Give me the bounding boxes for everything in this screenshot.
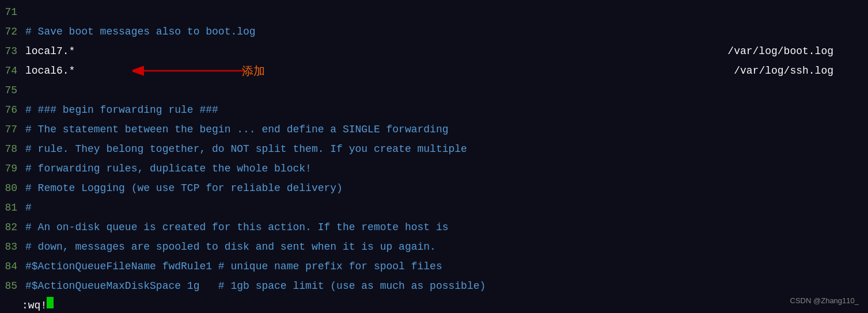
line-content-84: #$ActionQueueFileName fwdRule1 # unique … (22, 257, 868, 276)
line-num-71: 71 (0, 2, 22, 22)
line-74: 74 local6.* /var/log/ssh.log 添加 (0, 61, 868, 81)
prompt-line-num (0, 296, 22, 313)
cursor (47, 297, 54, 308)
line-content-82: # An on-disk queue is created for this a… (22, 217, 868, 237)
line-73: 73 local7.* /var/log/boot.log (0, 41, 868, 61)
line-num-80: 80 (0, 178, 22, 198)
line-num-79: 79 (0, 159, 22, 178)
line-80: 80 # Remote Logging (we use TCP for reli… (0, 178, 868, 198)
line-num-74: 74 (0, 61, 22, 81)
line-content-80: # Remote Logging (we use TCP for reliabl… (22, 178, 868, 198)
line-num-77: 77 (0, 120, 22, 139)
line-num-85: 85 (0, 276, 22, 296)
line-81: 81 # (0, 198, 868, 217)
line-83: 83 # down, messages are spooled to disk … (0, 237, 868, 257)
line-85: 85 #$ActionQueueMaxDiskSpace 1g # 1gb sp… (0, 276, 868, 296)
line-num-76: 76 (0, 100, 22, 120)
line-num-73: 73 (0, 41, 22, 61)
line-num-72: 72 (0, 22, 22, 41)
line-79: 79 # forwarding rules, duplicate the who… (0, 159, 868, 178)
annotation-arrow: 添加 (132, 61, 265, 81)
line-num-81: 81 (0, 198, 22, 217)
watermark: CSDN @Zhang110_ (790, 296, 859, 305)
annotation-label: 添加 (242, 61, 265, 81)
line-78: 78 # rule. They belong together, do NOT … (0, 139, 868, 159)
line-num-78: 78 (0, 139, 22, 159)
line-74-path: /var/log/ssh.log (734, 61, 833, 81)
line-75: 75 (0, 81, 868, 100)
line-content-77: # The statement between the begin ... en… (22, 120, 868, 139)
line-content-76: # ### begin forwarding rule ### (22, 100, 868, 120)
code-area: 71 72 # Save boot messages also to boot.… (0, 2, 868, 311)
line-82: 82 # An on-disk queue is created for thi… (0, 217, 868, 237)
line-71: 71 (0, 2, 868, 22)
terminal: 71 72 # Save boot messages also to boot.… (0, 0, 868, 313)
line-content-72: # Save boot messages also to boot.log (22, 22, 868, 41)
line-84: 84 #$ActionQueueFileName fwdRule1 # uniq… (0, 257, 868, 276)
line-77: 77 # The statement between the begin ...… (0, 120, 868, 139)
line-num-83: 83 (0, 237, 22, 257)
line-content-85: #$ActionQueueMaxDiskSpace 1g # 1gb space… (22, 276, 868, 296)
prompt-line: :wq! (0, 296, 868, 313)
line-content-81: # (22, 198, 868, 217)
line-num-84: 84 (0, 257, 22, 276)
line-73-path: /var/log/boot.log (727, 41, 833, 61)
line-72: 72 # Save boot messages also to boot.log (0, 22, 868, 41)
line-content-83: # down, messages are spooled to disk and… (22, 237, 868, 257)
line-content-78: # rule. They belong together, do NOT spl… (22, 139, 868, 159)
line-num-75: 75 (0, 81, 22, 100)
arrow-svg (132, 62, 248, 79)
line-content-79: # forwarding rules, duplicate the whole … (22, 159, 868, 178)
prompt-text[interactable]: :wq! (22, 296, 47, 313)
line-76: 76 # ### begin forwarding rule ### (0, 100, 868, 120)
line-num-82: 82 (0, 217, 22, 237)
